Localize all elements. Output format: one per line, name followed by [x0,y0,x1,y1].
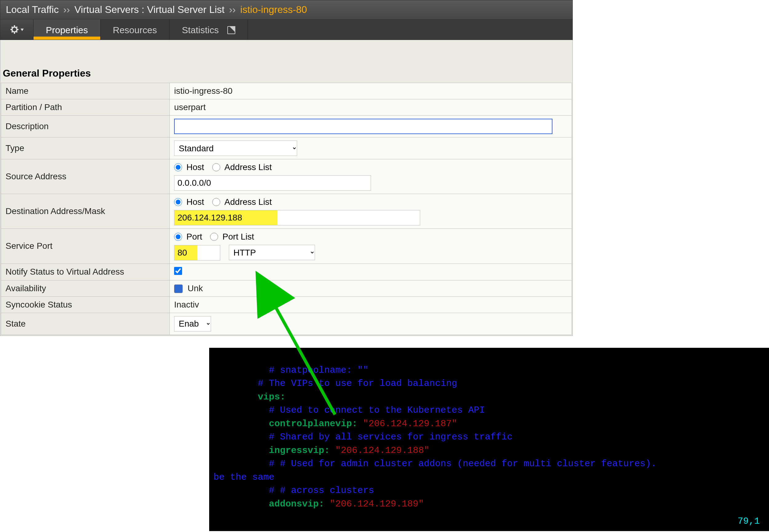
status-icon [174,284,183,293]
gear-icon [10,25,24,34]
portlist-label: Port List [222,232,254,242]
tab-resources[interactable]: Resources [101,19,169,40]
tab-row: Properties Resources Statistics [0,19,573,40]
row-availability-label: Availability [1,280,170,296]
source-addrlist-radio[interactable] [212,163,220,171]
port-radio[interactable] [174,233,182,241]
row-source-label: Source Address [1,159,170,194]
breadcrumb-root[interactable]: Local Traffic [6,4,59,15]
tab-statistics[interactable]: Statistics [169,19,248,40]
dest-addrlist-radio[interactable] [212,198,220,206]
row-description-label: Description [1,116,170,137]
port-proto-select[interactable]: HTTP [229,245,315,260]
gear-menu[interactable] [0,19,34,40]
breadcrumb-item: istio-ingress-80 [240,4,307,15]
tab-label: Statistics [182,25,219,35]
tab-properties[interactable]: Properties [34,19,101,40]
row-name-label: Name [1,83,170,99]
row-port-label: Service Port [1,229,170,264]
source-host-radio[interactable] [174,163,182,171]
source-input[interactable] [174,175,371,191]
dest-host-radio[interactable] [174,198,182,206]
popout-icon[interactable] [227,26,235,34]
source-host-label: Host [186,162,204,172]
row-state-label: State [1,313,170,335]
state-select[interactable]: Enab [174,316,211,332]
row-type-label: Type [1,137,170,159]
description-input[interactable] [174,119,552,134]
type-select[interactable]: Standard [174,141,297,156]
source-addrlist-label: Address List [225,162,272,172]
breadcrumb-sep: ›› [63,4,70,15]
portlist-radio[interactable] [210,233,218,241]
port-input[interactable] [174,245,220,260]
svg-marker-9 [21,29,24,31]
port-label: Port [186,232,202,242]
syncookie-value: Inactiv [170,296,572,313]
row-dest-label: Destination Address/Mask [1,194,170,229]
row-partition-value: userpart [170,99,572,116]
row-syncookie-label: Syncookie Status [1,296,170,313]
dest-input[interactable] [174,210,420,225]
row-partition-label: Partition / Path [1,99,170,116]
notify-checkbox[interactable] [174,267,182,275]
properties-table: Name istio-ingress-80 Partition / Path u… [1,83,572,335]
svg-line-8 [16,27,17,28]
tab-label: Resources [113,25,157,35]
dest-addrlist-label: Address List [225,197,272,207]
svg-line-5 [12,27,13,28]
breadcrumb-section[interactable]: Virtual Servers : Virtual Server List [74,4,225,15]
dest-host-label: Host [186,197,204,207]
availability-value: Unk [188,284,203,293]
cursor-position: 79,1 [738,515,760,528]
svg-line-7 [12,31,13,32]
svg-line-6 [16,31,17,32]
svg-point-0 [12,27,17,32]
row-name-value: istio-ingress-80 [170,83,572,99]
section-heading: General Properties [1,68,572,83]
row-notify-label: Notify Status to Virtual Address [1,264,170,280]
breadcrumb: Local Traffic ›› Virtual Servers : Virtu… [0,0,573,19]
breadcrumb-sep: ›› [229,4,236,15]
tab-label: Properties [46,25,88,35]
terminal-overlay: # snatpoolname: "" # The VIPs to use for… [209,348,769,531]
